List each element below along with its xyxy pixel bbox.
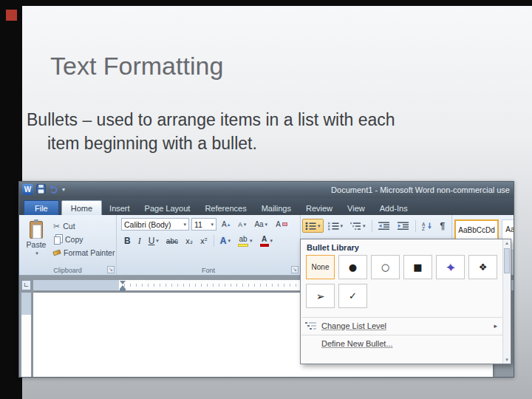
bullet-list-icon (305, 222, 316, 231)
bullet-option-filled-circle[interactable]: ● (338, 255, 367, 279)
subscript-button[interactable]: x₂ (183, 234, 196, 248)
clipboard-dialog-launcher[interactable]: ↘ (107, 266, 115, 273)
bullet-option-checkmark[interactable]: ✓ (338, 284, 367, 308)
underline-button[interactable]: U ▾ (146, 234, 162, 248)
bullet-option-hollow-circle[interactable]: ○ (371, 255, 400, 279)
bullet-option-star[interactable]: ✦ (436, 255, 465, 279)
clipboard-group-label: Clipboard (19, 267, 116, 274)
font-color-bar (260, 244, 269, 247)
qat-dropdown-icon[interactable]: ▾ (62, 186, 65, 193)
numbering-button[interactable]: ▾ (325, 219, 347, 233)
text-effects-button[interactable]: A ▾ (217, 234, 233, 248)
slide-top-bar (0, 0, 532, 6)
tab-insert[interactable]: Insert (102, 201, 137, 215)
chevron-down-icon: ▾ (341, 223, 344, 229)
font-color-button[interactable]: A ▾ (257, 234, 276, 248)
tab-home[interactable]: Home (61, 200, 102, 215)
indent-markers[interactable] (120, 281, 126, 291)
tab-review[interactable]: Review (299, 201, 340, 215)
svg-text:Z: Z (422, 226, 425, 231)
bullet-option-filled-square[interactable]: ■ (403, 255, 432, 279)
font-group: Calibri (Body) ▾ 11 ▾ A ▴ A ▾ (117, 215, 301, 275)
multilevel-list-button[interactable]: ▾ (347, 219, 369, 233)
chevron-down-icon: ▾ (363, 223, 366, 229)
divider (372, 220, 372, 232)
format-painter-button[interactable]: Format Painter (53, 246, 115, 259)
bullet-option-arrowhead[interactable]: ➢ (306, 284, 335, 308)
chevron-down-icon: ▾ (35, 250, 38, 256)
scroll-up-icon[interactable]: ▴ (503, 240, 511, 246)
chevron-down-icon: ▾ (265, 222, 268, 228)
paste-button[interactable]: Paste ▾ (22, 218, 50, 262)
italic-button[interactable]: I (135, 234, 144, 248)
superscript-button[interactable]: x² (197, 234, 211, 248)
decrease-indent-button[interactable] (375, 219, 393, 233)
divider (415, 220, 416, 232)
left-indent-marker[interactable] (120, 289, 126, 291)
tab-view[interactable]: View (340, 201, 372, 215)
change-list-level-label: Change List Level (321, 321, 386, 330)
font-size-combobox[interactable]: 11 ▾ (191, 218, 216, 231)
tab-file[interactable]: File (24, 200, 59, 215)
text-effects-glyph: A (220, 236, 227, 246)
highlight-button[interactable]: ab ▾ (235, 234, 256, 248)
clipboard-small-buttons: ✂ Cut Copy Format Painter (53, 219, 115, 259)
arrow-down-icon: ▾ (244, 222, 247, 228)
strikethrough-button[interactable]: abc (163, 234, 181, 248)
shrink-font-button[interactable]: A ▾ (235, 218, 249, 231)
bullets-button[interactable]: ▾ (302, 219, 324, 233)
font-color-glyph: A (262, 236, 267, 243)
chevron-down-icon: ▾ (211, 222, 214, 228)
scissors-icon: ✂ (53, 222, 60, 231)
clear-formatting-glyph: A (276, 220, 281, 228)
save-icon[interactable] (36, 184, 46, 195)
tab-page-layout[interactable]: Page Layout (137, 201, 198, 215)
shrink-font-glyph: A (238, 221, 242, 228)
numbered-list-icon (328, 222, 339, 231)
change-case-glyph: Aa (254, 220, 263, 228)
sort-icon: AZ (422, 222, 433, 231)
first-line-indent-marker[interactable] (120, 281, 126, 284)
chevron-down-icon: ▾ (318, 223, 321, 229)
tab-references[interactable]: References (197, 201, 253, 215)
bullet-grid-row-2: ➢ ✓ (301, 284, 511, 308)
change-case-button[interactable]: Aa ▾ (251, 218, 270, 231)
copy-button[interactable]: Copy (53, 233, 115, 246)
undo-icon[interactable] (49, 185, 59, 195)
bullet-option-none[interactable]: None (306, 255, 335, 279)
slide-body: Bullets – used to arrange items in a lis… (27, 108, 395, 155)
bold-button[interactable]: B (121, 234, 134, 248)
highlight-color-bar (238, 244, 248, 247)
copy-label: Copy (65, 235, 83, 244)
word-title-bar: W ▾ Document1 - Microsoft Word non-comme… (19, 182, 514, 198)
paste-clipboard-icon (30, 221, 43, 239)
slide-accent-square (6, 10, 17, 21)
flyout-scrollbar[interactable]: ▴ ▾ (502, 239, 511, 364)
divider (214, 235, 214, 247)
grow-font-button[interactable]: A ▴ (219, 218, 233, 231)
tab-mailings[interactable]: Mailings (254, 201, 299, 215)
scrollbar-thumb[interactable] (504, 248, 510, 273)
multilevel-list-icon (350, 222, 361, 231)
clipboard-group: Paste ▾ ✂ Cut Copy Format Painter (19, 215, 117, 275)
sort-button[interactable]: AZ (419, 219, 436, 233)
tab-add-ins[interactable]: Add-Ins (372, 201, 415, 215)
vertical-ruler (21, 293, 31, 377)
bullet-library-title: Bullet Library (307, 243, 505, 252)
tab-selector[interactable]: ∟ (21, 280, 31, 290)
paste-label: Paste (27, 240, 47, 249)
bullet-option-four-diamonds[interactable]: ❖ (468, 255, 497, 279)
format-painter-icon (52, 250, 61, 256)
cut-button[interactable]: ✂ Cut (53, 219, 115, 233)
define-new-bullet-item[interactable]: Define New Bullet... (301, 335, 511, 351)
underline-glyph: U (149, 236, 155, 246)
word-logo-icon: W (22, 184, 33, 195)
font-family-combobox[interactable]: Calibri (Body) ▾ (121, 218, 189, 231)
increase-indent-button[interactable] (395, 219, 412, 233)
clear-formatting-button[interactable]: A (273, 218, 290, 231)
font-dialog-launcher[interactable]: ↘ (291, 266, 299, 273)
font-group-label: Font (117, 267, 300, 274)
change-list-level-item[interactable]: Change List Level ▸ (301, 318, 511, 333)
show-hide-pilcrow-button[interactable]: ¶ (437, 219, 449, 233)
scroll-down-icon[interactable]: ▾ (503, 357, 511, 363)
